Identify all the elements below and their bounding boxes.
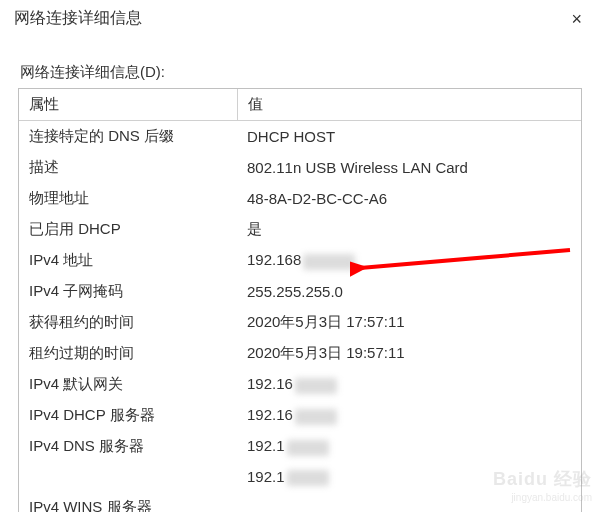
value-cell: 192.16 bbox=[237, 369, 581, 400]
redacted-blur bbox=[295, 378, 337, 394]
details-table: 属性 值 连接特定的 DNS 后缀DHCP HOST描述802.11n USB … bbox=[19, 89, 581, 512]
value-cell: 192.168 bbox=[237, 245, 581, 276]
table-row[interactable]: IPv4 DHCP 服务器192.16 bbox=[19, 400, 581, 431]
property-cell: IPv4 DNS 服务器 bbox=[19, 431, 237, 462]
table-row[interactable]: 连接特定的 DNS 后缀DHCP HOST bbox=[19, 121, 581, 153]
value-cell bbox=[237, 492, 581, 512]
property-cell: 已启用 DHCP bbox=[19, 214, 237, 245]
property-cell: IPv4 WINS 服务器 bbox=[19, 492, 237, 512]
window-title: 网络连接详细信息 bbox=[14, 8, 142, 29]
value-cell: 是 bbox=[237, 214, 581, 245]
property-cell: IPv4 DHCP 服务器 bbox=[19, 400, 237, 431]
value-cell: 2020年5月3日 19:57:11 bbox=[237, 338, 581, 369]
value-cell: 802.11n USB Wireless LAN Card bbox=[237, 152, 581, 183]
redacted-blur bbox=[295, 409, 337, 425]
property-cell: 获得租约的时间 bbox=[19, 307, 237, 338]
table-row[interactable]: 物理地址48-8A-D2-BC-CC-A6 bbox=[19, 183, 581, 214]
titlebar: 网络连接详细信息 × bbox=[0, 0, 600, 35]
property-cell: IPv4 地址 bbox=[19, 245, 237, 276]
value-cell: 192.1 bbox=[237, 462, 581, 492]
header-property[interactable]: 属性 bbox=[19, 89, 237, 121]
table-row[interactable]: IPv4 子网掩码255.255.255.0 bbox=[19, 276, 581, 307]
table-row[interactable]: 租约过期的时间2020年5月3日 19:57:11 bbox=[19, 338, 581, 369]
table-row[interactable]: IPv4 DNS 服务器192.1 bbox=[19, 431, 581, 462]
redacted-blur bbox=[287, 470, 329, 486]
table-row[interactable]: IPv4 默认网关192.16 bbox=[19, 369, 581, 400]
dialog-content: 网络连接详细信息(D): 属性 值 连接特定的 DNS 后缀DHCP HOST描… bbox=[0, 35, 600, 512]
redacted-blur bbox=[303, 254, 355, 270]
table-row[interactable]: IPv4 WINS 服务器 bbox=[19, 492, 581, 512]
table-row[interactable]: 已启用 DHCP是 bbox=[19, 214, 581, 245]
header-value[interactable]: 值 bbox=[237, 89, 581, 121]
property-cell: IPv4 子网掩码 bbox=[19, 276, 237, 307]
close-icon[interactable]: × bbox=[567, 10, 586, 28]
table-row[interactable]: 描述802.11n USB Wireless LAN Card bbox=[19, 152, 581, 183]
property-cell bbox=[19, 462, 237, 492]
value-cell: DHCP HOST bbox=[237, 121, 581, 153]
value-cell: 255.255.255.0 bbox=[237, 276, 581, 307]
property-cell: 连接特定的 DNS 后缀 bbox=[19, 121, 237, 153]
property-cell: IPv4 默认网关 bbox=[19, 369, 237, 400]
details-label: 网络连接详细信息(D): bbox=[20, 63, 582, 82]
table-row[interactable]: 192.1 bbox=[19, 462, 581, 492]
value-cell: 192.16 bbox=[237, 400, 581, 431]
table-row[interactable]: IPv4 地址192.168 bbox=[19, 245, 581, 276]
property-cell: 租约过期的时间 bbox=[19, 338, 237, 369]
property-cell: 描述 bbox=[19, 152, 237, 183]
details-table-wrapper: 属性 值 连接特定的 DNS 后缀DHCP HOST描述802.11n USB … bbox=[18, 88, 582, 512]
table-row[interactable]: 获得租约的时间2020年5月3日 17:57:11 bbox=[19, 307, 581, 338]
value-cell: 192.1 bbox=[237, 431, 581, 462]
value-cell: 2020年5月3日 17:57:11 bbox=[237, 307, 581, 338]
redacted-blur bbox=[287, 440, 329, 456]
property-cell: 物理地址 bbox=[19, 183, 237, 214]
value-cell: 48-8A-D2-BC-CC-A6 bbox=[237, 183, 581, 214]
